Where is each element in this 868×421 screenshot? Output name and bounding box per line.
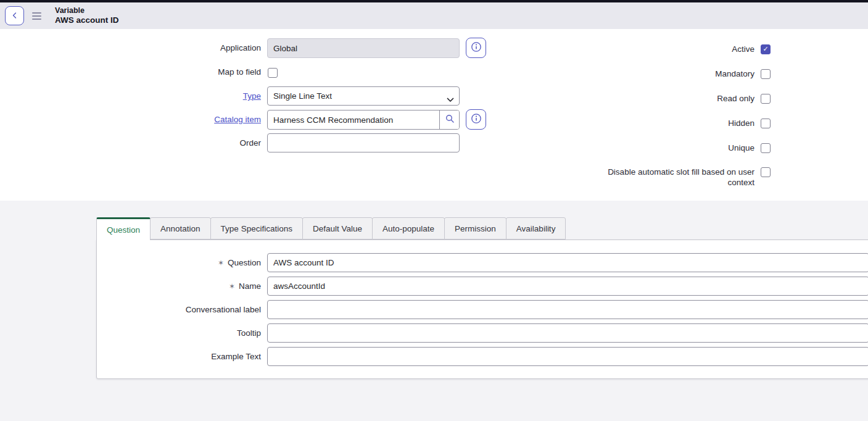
order-label: Order: [0, 138, 261, 148]
read-only-checkbox[interactable]: [761, 94, 771, 104]
mandatory-flag-row: Mandatory: [715, 69, 771, 79]
tab-type-specifications[interactable]: Type Specifications: [210, 217, 303, 240]
tab-question[interactable]: Question: [96, 217, 151, 240]
catalog-item-field[interactable]: [268, 110, 439, 129]
type-label-wrap: Type: [0, 91, 261, 101]
conversational-label-row: Conversational label: [0, 305, 261, 315]
variable-form-section: Application Map to field Type Single Lin…: [0, 29, 868, 201]
catalog-item-info-button[interactable]: [466, 109, 486, 130]
active-flag-row: Active ✓: [732, 44, 771, 54]
unique-flag-row: Unique: [728, 143, 771, 153]
catalog-item-field-group: [267, 110, 460, 130]
type-label-link[interactable]: Type: [243, 91, 261, 101]
map-to-field-label: Map to field: [0, 67, 261, 77]
tab-availability[interactable]: Availability: [506, 217, 566, 240]
question-label-row: ✶ Question: [0, 258, 261, 268]
read-only-label: Read only: [717, 93, 754, 104]
active-label: Active: [732, 44, 754, 54]
record-name-subtitle: AWS account ID: [55, 15, 119, 25]
disable-slot-fill-label: Disable automatic slot fill based on use…: [603, 167, 754, 188]
application-field[interactable]: [267, 38, 460, 58]
type-select[interactable]: Single Line Text: [267, 86, 460, 106]
tooltip-label-row: Tooltip: [0, 328, 261, 338]
application-info-button[interactable]: [466, 38, 486, 58]
required-marker-icon: ✶: [229, 283, 235, 290]
question-label: Question: [228, 258, 261, 268]
conversational-label: Conversational label: [186, 305, 261, 315]
hidden-label: Hidden: [728, 118, 754, 128]
chevron-left-icon: [11, 10, 19, 22]
catalog-item-label-wrap: Catalog item: [0, 115, 261, 125]
tab-bar: Question Annotation Type Specifications …: [96, 217, 566, 240]
tooltip-field[interactable]: [267, 323, 868, 343]
disable-slot-fill-flag-row: Disable automatic slot fill based on use…: [603, 167, 771, 188]
active-checkbox[interactable]: ✓: [761, 44, 771, 54]
read-only-flag-row: Read only: [717, 93, 771, 104]
tab-default-value[interactable]: Default Value: [302, 217, 373, 240]
question-field[interactable]: [267, 253, 868, 272]
example-text-label: Example Text: [211, 352, 261, 362]
tab-permission[interactable]: Permission: [444, 217, 506, 240]
tooltip-label: Tooltip: [237, 328, 261, 338]
context-menu-icon[interactable]: [32, 12, 41, 20]
order-field[interactable]: [267, 133, 460, 152]
disable-slot-fill-checkbox[interactable]: [761, 167, 771, 177]
tabbed-section: Question Annotation Type Specifications …: [0, 201, 868, 421]
example-text-label-row: Example Text: [0, 352, 261, 362]
back-button[interactable]: [5, 6, 24, 25]
catalog-item-label-link[interactable]: Catalog item: [214, 115, 261, 124]
form-header: Variable AWS account ID: [0, 2, 868, 29]
conversational-label-field[interactable]: [267, 300, 868, 319]
type-select-wrap: Single Line Text: [267, 86, 460, 106]
catalog-item-lookup-button[interactable]: [439, 110, 459, 129]
info-icon: [471, 41, 482, 55]
name-label: Name: [239, 281, 261, 291]
mandatory-label: Mandatory: [715, 69, 754, 79]
record-title-block: Variable AWS account ID: [55, 6, 119, 25]
name-field[interactable]: [267, 277, 868, 296]
tab-auto-populate[interactable]: Auto-populate: [372, 217, 445, 240]
hidden-flag-row: Hidden: [728, 118, 771, 128]
info-icon: [471, 113, 482, 127]
example-text-field[interactable]: [267, 347, 868, 366]
mandatory-checkbox[interactable]: [761, 69, 771, 79]
unique-checkbox[interactable]: [761, 143, 771, 153]
name-label-row: ✶ Name: [0, 281, 261, 291]
tab-annotation[interactable]: Annotation: [150, 217, 211, 240]
application-label: Application: [0, 43, 261, 53]
unique-label: Unique: [728, 143, 754, 153]
record-type-title: Variable: [55, 6, 119, 15]
hidden-checkbox[interactable]: [761, 119, 771, 128]
map-to-field-checkbox[interactable]: [268, 68, 278, 78]
required-marker-icon: ✶: [218, 259, 224, 267]
search-icon: [445, 114, 455, 126]
